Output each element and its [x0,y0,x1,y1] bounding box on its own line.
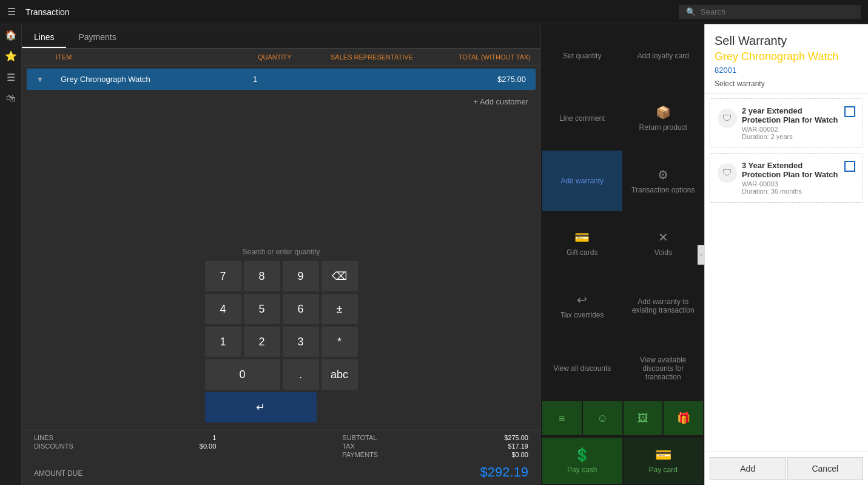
left-sidebar: 🏠 ⭐ ☰ 🛍 [0,24,22,485]
home-icon[interactable]: 🏠 [5,29,17,41]
gift-cards-button[interactable]: 💳 Gift cards [542,212,622,274]
warranty-checkbox-3yr[interactable] [844,161,855,172]
warranty-item-2yr[interactable]: 🛡 2 year Extended Protection Plan for Wa… [710,98,863,148]
warranty-item-duration-3yr: Duration: 36 months [742,188,839,195]
numpad-8[interactable]: 8 [244,261,280,291]
return-product-icon: 📦 [656,105,671,120]
topbar: ☰ Transaction 🔍 [0,0,868,24]
search-input[interactable] [701,7,853,16]
lines-label: LINES [34,434,73,441]
pos-icon-person[interactable]: ☺ [583,401,622,435]
view-all-discounts-button[interactable]: View all discounts [542,337,622,399]
add-warranty-button[interactable]: Add warranty [542,151,622,212]
pos-icon-list[interactable]: ≡ [542,401,582,435]
warranty-select-label: Select warranty [715,80,858,88]
numpad-plusminus[interactable]: ± [321,294,358,324]
table-header: ITEM QUANTITY SALES REPRESENTATIVE TOTAL… [22,49,540,66]
numpad-multiply[interactable]: * [321,327,358,357]
search-box: 🔍 [679,5,861,19]
numpad-6[interactable]: 6 [283,294,319,324]
warranty-item-sku-3yr: WAR-00003 [742,180,839,188]
pos-icon-image[interactable]: 🖼 [624,401,663,435]
subtotal-label: SUBTOTAL [342,434,378,441]
numpad-7[interactable]: 7 [205,261,241,291]
search-qty-label: Search or enter quantity [22,243,540,261]
add-warranty-existing-button[interactable]: Add warranty to existing transaction [624,275,704,336]
star-icon[interactable]: ⭐ [5,50,17,62]
lines-value: 1 [212,434,216,441]
warranty-item-icon-3yr: 🛡 [718,163,737,183]
warranty-checkbox-2yr[interactable] [844,106,855,117]
view-available-discounts-button[interactable]: View available discounts for transaction [624,337,704,399]
transaction-options-icon: ⚙ [658,168,668,182]
transaction-options-label: Transaction options [631,186,695,194]
numpad-5[interactable]: 5 [244,294,280,324]
pay-cash-button[interactable]: 💲 Pay cash [542,438,622,484]
add-customer-area: + Add customer [22,92,540,111]
pos-panel: Set quantity Add loyalty card Line comme… [540,24,704,485]
voids-button[interactable]: ✕ Voids [624,212,704,274]
pay-cash-icon: 💲 [574,447,590,463]
numpad-3[interactable]: 3 [283,327,319,357]
numpad-2[interactable]: 2 [244,327,280,357]
add-warranty-label: Add warranty [560,177,604,185]
view-available-discounts-label: View available discounts for transaction [628,356,699,381]
pos-cash-row: 💲 Pay cash 💳 Pay card [541,436,704,485]
pos-icon-gift[interactable]: 🎁 [664,401,703,435]
amount-due-value: $292.19 [480,464,528,480]
warranty-item-sku-2yr: WAR-00002 [742,126,839,133]
warranty-add-button[interactable]: Add [710,457,786,480]
tax-overrides-label: Tax overrides [560,311,604,319]
numpad-abc[interactable]: abc [321,359,358,390]
numpad-4[interactable]: 4 [205,294,241,324]
add-loyalty-card-button[interactable]: Add loyalty card [624,25,704,87]
line-comment-label: Line comment [559,114,605,123]
panel-collapse-button[interactable]: ‹ [698,245,705,265]
tax-overrides-button[interactable]: ↩ Tax overrides [542,275,622,336]
warranty-item-3yr[interactable]: 🛡 3 Year Extended Protection Plan for Wa… [710,153,863,203]
col-total: TOTAL (WITHOUT TAX) [440,53,531,61]
warranty-panel-title: Sell Warranty [715,34,858,48]
item-total: $275.00 [435,75,526,84]
warranty-product-id: 82001 [715,66,858,75]
line-comment-button[interactable]: Line comment [542,88,622,149]
voids-label: Voids [654,248,672,257]
voids-icon: ✕ [658,230,668,245]
warranty-item-icon-2yr: 🛡 [718,109,737,128]
menu-lines-icon[interactable]: ☰ [7,72,15,83]
hamburger-icon[interactable]: ☰ [7,6,16,18]
warranty-panel: ‹ Sell Warranty Grey Chronograph Watch 8… [704,24,868,485]
col-item: ITEM [56,53,258,61]
gift-cards-label: Gift cards [567,248,597,257]
pay-card-button[interactable]: 💳 Pay card [624,438,704,484]
col-sales-rep: SALES REPRESENTATIVE [331,53,440,61]
pay-card-icon: 💳 [655,447,671,463]
return-product-button[interactable]: 📦 Return product [624,88,704,149]
numpad-9[interactable]: 9 [283,261,319,291]
numpad-1[interactable]: 1 [205,327,241,357]
add-customer-button[interactable]: + Add customer [473,97,528,106]
bag-icon[interactable]: 🛍 [6,93,16,104]
numpad-0[interactable]: 0 [205,359,280,390]
tab-lines[interactable]: Lines [22,27,66,48]
warranty-header: Sell Warranty Grey Chronograph Watch 820… [705,24,868,93]
add-loyalty-card-label: Add loyalty card [638,52,689,60]
pay-card-label: Pay card [649,466,678,474]
warranty-cancel-button[interactable]: Cancel [787,457,864,480]
transaction-options-button[interactable]: ⚙ Transaction options [624,151,704,212]
pos-bottom-row: ≡ ☺ 🖼 🎁 [541,400,704,436]
app-title: Transaction [25,7,669,17]
collapse-icon: ‹ [701,252,702,258]
numpad-enter[interactable]: ↵ [205,392,317,422]
numpad-backspace[interactable]: ⌫ [321,261,358,291]
warranty-item-info-3yr: 3 Year Extended Protection Plan for Watc… [742,161,839,195]
discounts-label: DISCOUNTS [34,443,73,450]
table-row[interactable]: ▼ Grey Chronograph Watch 1 $275.00 [27,69,536,90]
payments-value: $0.00 [511,451,528,458]
set-quantity-button[interactable]: Set quantity [542,25,622,87]
discounts-value: $0.00 [200,443,217,450]
amount-due-row: AMOUNT DUE $292.19 [22,460,540,483]
numpad-decimal[interactable]: . [283,359,319,390]
warranty-item-name-3yr: 3 Year Extended Protection Plan for Watc… [742,161,839,179]
tab-payments[interactable]: Payments [66,27,128,48]
